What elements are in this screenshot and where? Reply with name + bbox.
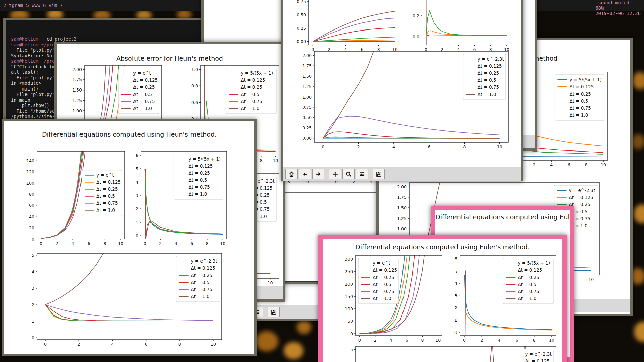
svg-text:Δt = 0.75: Δt = 0.75 xyxy=(133,99,155,104)
svg-text:Δt = 1.0: Δt = 1.0 xyxy=(478,92,496,97)
home-button[interactable] xyxy=(285,169,298,179)
save-button[interactable] xyxy=(373,169,385,179)
svg-text:4: 4 xyxy=(175,241,177,246)
svg-text:y = e^t: y = e^t xyxy=(96,172,114,178)
svg-text:0.0: 0.0 xyxy=(413,34,419,39)
svg-text:Δt = 1.0: Δt = 1.0 xyxy=(518,296,536,301)
workspace-tags[interactable]: 2 tgram 5 www 6 vim 7 xyxy=(3,3,63,8)
pan-icon xyxy=(332,171,338,177)
svg-text:Δt = 0.75: Δt = 0.75 xyxy=(188,184,210,190)
svg-text:Δt = 0.25: Δt = 0.25 xyxy=(569,91,591,97)
svg-text:4: 4 xyxy=(71,241,74,246)
svg-text:5: 5 xyxy=(32,253,34,258)
volume-level: 68% xyxy=(595,5,604,11)
svg-text:4: 4 xyxy=(550,162,553,167)
svg-text:y = e^t: y = e^t xyxy=(133,70,151,76)
svg-text:0: 0 xyxy=(136,233,138,238)
pan-button[interactable] xyxy=(329,169,341,179)
svg-text:0: 0 xyxy=(311,47,314,52)
figure-window-heun-front[interactable]: Differential equations computed using He… xyxy=(2,119,257,356)
save-button[interactable] xyxy=(268,307,280,317)
figure-title: Absolute error for Heun's method xyxy=(57,55,283,62)
svg-text:Δt = 0.125: Δt = 0.125 xyxy=(569,195,593,200)
svg-text:10: 10 xyxy=(273,158,278,163)
svg-text:1.00: 1.00 xyxy=(302,95,312,100)
svg-text:Δt = 0.25: Δt = 0.25 xyxy=(191,273,212,278)
svg-text:0.2: 0.2 xyxy=(413,13,419,18)
svg-text:1.25: 1.25 xyxy=(72,98,82,103)
figure-window-error-toolbar[interactable]: 02468100.750.500.250.00 02468100.20.0 02… xyxy=(281,0,523,181)
subplot-canvas[interactable]: 0246810543210y = e^-2.3tΔt = 0.125Δt = 0… xyxy=(356,346,556,362)
svg-text:0: 0 xyxy=(454,330,457,335)
subplot-canvas[interactable]: 0246810300250200150100500y = e^tΔt = 0.1… xyxy=(356,255,442,336)
subplot-canvas[interactable]: 02468102.001.751.501.251.000.750.500.250… xyxy=(314,51,508,142)
svg-text:2.00: 2.00 xyxy=(302,53,312,58)
svg-text:Δt = 0.5: Δt = 0.5 xyxy=(240,92,259,97)
svg-text:1.25: 1.25 xyxy=(302,84,312,89)
svg-text:8: 8 xyxy=(421,338,424,343)
svg-text:Δt = 0.5: Δt = 0.5 xyxy=(478,77,496,83)
figure-window-euler-front[interactable]: Differential equations computed using Eu… xyxy=(318,235,567,362)
svg-text:6: 6 xyxy=(88,241,90,246)
svg-text:0: 0 xyxy=(358,338,361,343)
subplot-canvas[interactable]: 02468106543210y = 5/(5x + 1)Δt = 0.125Δt… xyxy=(141,151,227,239)
svg-text:2: 2 xyxy=(159,241,162,246)
svg-text:5: 5 xyxy=(454,269,457,274)
svg-text:Δt = 0.25: Δt = 0.25 xyxy=(188,170,210,176)
svg-text:2.00: 2.00 xyxy=(72,67,82,72)
status-right: "" sound muted 68% 2019-02-06 12:26 xyxy=(575,0,641,21)
subplot-canvas[interactable]: 0246810140120100806040200y = e^tΔt = 0.1… xyxy=(37,151,125,239)
svg-text:1.75: 1.75 xyxy=(72,77,82,82)
svg-text:Δt = 0.5: Δt = 0.5 xyxy=(518,282,536,287)
svg-text:2: 2 xyxy=(357,144,360,149)
svg-text:0: 0 xyxy=(350,331,353,336)
svg-text:80: 80 xyxy=(29,192,34,197)
subplot-canvas[interactable]: 0246810543210y = e^-2.3tΔt = 0.125Δt = 0… xyxy=(37,253,222,340)
svg-text:4: 4 xyxy=(390,338,392,343)
svg-text:Δt = 0.125: Δt = 0.125 xyxy=(188,163,213,169)
svg-text:2: 2 xyxy=(480,338,483,343)
svg-text:10: 10 xyxy=(118,241,123,246)
svg-text:4: 4 xyxy=(392,144,395,149)
back-button[interactable] xyxy=(299,169,311,179)
svg-text:6: 6 xyxy=(516,338,518,343)
svg-text:Δt = 0.125: Δt = 0.125 xyxy=(518,267,542,273)
subplots-button[interactable] xyxy=(356,169,368,179)
save-icon xyxy=(271,309,277,315)
svg-text:2.00: 2.00 xyxy=(397,184,407,189)
svg-text:10: 10 xyxy=(549,338,554,343)
svg-text:8: 8 xyxy=(178,342,181,347)
svg-text:0: 0 xyxy=(463,338,466,343)
svg-text:Δt = 0.75: Δt = 0.75 xyxy=(373,289,394,294)
svg-text:y = 5/(5x + 1): y = 5/(5x + 1) xyxy=(518,260,550,266)
svg-text:250: 250 xyxy=(345,269,353,274)
svg-text:Δt = 0.75: Δt = 0.75 xyxy=(569,105,591,111)
svg-text:10: 10 xyxy=(211,342,216,347)
svg-text:2: 2 xyxy=(374,338,377,343)
subplot-canvas[interactable]: 02468100.20.0 xyxy=(422,0,511,45)
svg-text:0.25: 0.25 xyxy=(302,125,312,130)
svg-text:Δt = 0.25: Δt = 0.25 xyxy=(133,84,155,90)
svg-text:y = e^-2.3t: y = e^-2.3t xyxy=(569,188,595,193)
subplots-icon xyxy=(359,171,365,177)
svg-text:1.50: 1.50 xyxy=(72,87,82,93)
svg-text:y = 5/(5x + 1): y = 5/(5x + 1) xyxy=(188,156,221,162)
svg-text:Δt = 1.0: Δt = 1.0 xyxy=(96,207,115,213)
svg-text:5: 5 xyxy=(136,166,138,171)
subplot-canvas[interactable]: 02468100.750.500.250.00 xyxy=(309,0,399,45)
svg-text:1.25: 1.25 xyxy=(397,216,407,221)
svg-text:100: 100 xyxy=(26,181,34,186)
forward-button[interactable] xyxy=(312,169,324,179)
svg-text:0.50: 0.50 xyxy=(297,12,306,17)
zoom-button[interactable] xyxy=(342,169,355,179)
svg-text:Δt = 0.25: Δt = 0.25 xyxy=(373,275,394,280)
svg-text:4: 4 xyxy=(498,338,500,343)
svg-text:1: 1 xyxy=(136,220,138,225)
svg-text:Δt = 0.75: Δt = 0.75 xyxy=(478,84,499,90)
svg-text:Δt = 0.5: Δt = 0.5 xyxy=(191,280,210,285)
svg-text:0: 0 xyxy=(32,335,34,340)
svg-text:0.50: 0.50 xyxy=(302,115,312,120)
svg-text:10: 10 xyxy=(435,338,441,343)
subplot-canvas[interactable]: 02468106543210y = 5/(5x + 1)Δt = 0.125Δt… xyxy=(460,255,556,336)
figure-title: Differential equations computed using He… xyxy=(4,131,254,138)
